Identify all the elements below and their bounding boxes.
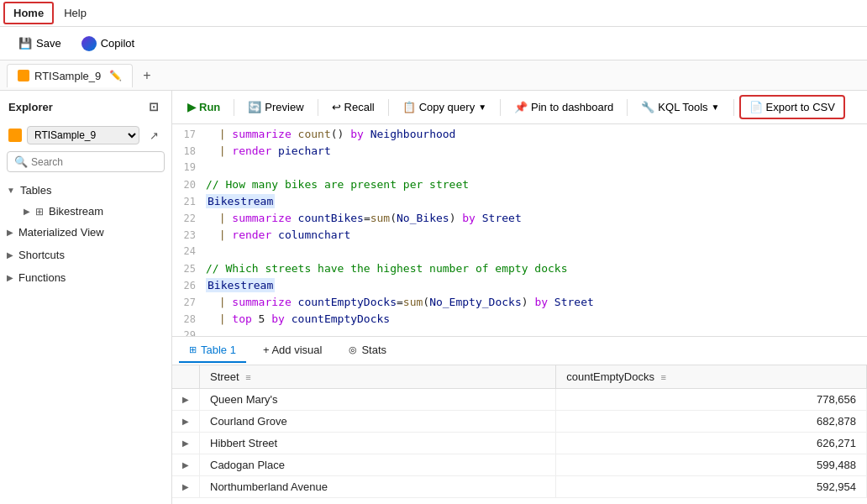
external-link-icon[interactable]: ↗ bbox=[144, 126, 163, 144]
row-expand[interactable]: ▶ bbox=[172, 433, 200, 454]
export-csv-button[interactable]: 📄 Export to CSV bbox=[739, 95, 845, 119]
sidebar-materialized-view-label: Materialized View bbox=[18, 226, 104, 239]
chevron-right-icon: ▶ bbox=[7, 228, 13, 237]
cell-count: 778,656 bbox=[556, 389, 867, 411]
cell-street: Cadogan Place bbox=[200, 454, 556, 476]
menu-home[interactable]: Home bbox=[3, 2, 54, 24]
table-row: ▶ Courland Grove 682,878 bbox=[172, 411, 867, 433]
toolbar: 💾 Save Copilot bbox=[0, 27, 867, 60]
db-select[interactable]: RTISample_9 bbox=[27, 126, 139, 144]
sidebar-tables-label: Tables bbox=[20, 184, 52, 197]
recall-icon: ↩ bbox=[332, 101, 341, 113]
cell-street: Northumberland Avenue bbox=[200, 476, 556, 498]
new-tab-button[interactable]: + bbox=[136, 65, 157, 87]
sidebar-item-bikestream[interactable]: ▶ ⊞ Bikestream bbox=[0, 202, 171, 221]
row-expand[interactable]: ▶ bbox=[172, 411, 200, 433]
sidebar-collapse-icon[interactable]: ⊡ bbox=[144, 97, 163, 116]
table-icon-small: ⊞ bbox=[189, 344, 197, 355]
table-row: ▶ Northumberland Avenue 592,954 bbox=[172, 476, 867, 498]
main-content: Explorer ⊡ RTISample_9 ↗ 🔍 ▼ Tables ▶ ⊞ … bbox=[0, 91, 867, 504]
result-tab-add-visual[interactable]: + Add visual bbox=[253, 339, 332, 363]
copy-query-button[interactable]: 📋 Copy query ▼ bbox=[394, 97, 495, 118]
pin-dashboard-button[interactable]: 📌 Pin to dashboard bbox=[506, 97, 622, 118]
explorer-title: Explorer bbox=[8, 101, 53, 113]
sidebar: Explorer ⊡ RTISample_9 ↗ 🔍 ▼ Tables ▶ ⊞ … bbox=[0, 91, 172, 504]
row-expand[interactable]: ▶ bbox=[172, 454, 200, 476]
save-icon: 💾 bbox=[18, 37, 32, 50]
cell-street: Hibbert Street bbox=[200, 433, 556, 454]
table-row: ▶ Hibbert Street 626,271 bbox=[172, 433, 867, 454]
copilot-icon bbox=[81, 36, 97, 51]
code-line-24: 24 bbox=[172, 245, 867, 262]
kql-dropdown-arrow-icon: ▼ bbox=[712, 102, 720, 112]
copy-icon: 📋 bbox=[402, 101, 416, 113]
editor-toolbar: ▶ Run 🔄 Preview ↩ Recall 📋 Copy query ▼ … bbox=[172, 91, 867, 124]
cell-street: Queen Mary's bbox=[200, 389, 556, 411]
edit-icon[interactable]: ✏️ bbox=[109, 70, 122, 81]
code-line-26: 26 Bikestream bbox=[172, 279, 867, 296]
code-line-27: 27 | summarize countEmptyDocks=sum(No_Em… bbox=[172, 296, 867, 312]
table-row: ▶ Queen Mary's 778,656 bbox=[172, 389, 867, 411]
sort-icon-count[interactable]: ≡ bbox=[661, 372, 666, 382]
pin-icon: 📌 bbox=[514, 101, 528, 113]
cell-count: 682,878 bbox=[556, 411, 867, 433]
code-line-21: 21 Bikestream bbox=[172, 195, 867, 212]
search-box: 🔍 bbox=[7, 151, 165, 172]
dropdown-arrow-icon: ▼ bbox=[478, 102, 486, 112]
search-icon: 🔍 bbox=[14, 155, 28, 168]
code-line-20: 20 // How many bikes are present per str… bbox=[172, 178, 867, 195]
table-icon: ⊞ bbox=[35, 206, 44, 218]
chevron-right-icon-shortcuts: ▶ bbox=[7, 250, 13, 260]
code-line-19: 19 bbox=[172, 161, 867, 178]
tab-bar: RTISample_9 ✏️ + bbox=[0, 60, 867, 91]
row-expand[interactable]: ▶ bbox=[172, 476, 200, 498]
data-table: Street ≡ countEmptyDocks ≡ ▶ Queen Mary'… bbox=[172, 365, 867, 498]
kql-icon: 🔧 bbox=[641, 101, 654, 113]
menu-help[interactable]: Help bbox=[55, 3, 95, 23]
table-row: ▶ Cadogan Place 599,488 bbox=[172, 454, 867, 476]
sidebar-section-functions[interactable]: ▶ Functions bbox=[0, 266, 171, 289]
row-expand[interactable]: ▶ bbox=[172, 389, 200, 411]
code-line-22: 22 | summarize countBikes=sum(No_Bikes) … bbox=[172, 212, 867, 228]
kql-tools-button[interactable]: 🔧 KQL Tools ▼ bbox=[633, 97, 728, 118]
sidebar-section-materialized-view[interactable]: ▶ Materialized View bbox=[0, 221, 171, 244]
preview-icon: 🔄 bbox=[248, 101, 261, 113]
result-tab-stats[interactable]: ◎ Stats bbox=[339, 339, 397, 363]
run-button[interactable]: ▶ Run bbox=[179, 97, 229, 118]
code-editor[interactable]: 17 | summarize count() by Neighbourhood … bbox=[172, 124, 867, 336]
result-tab-table1[interactable]: ⊞ Table 1 bbox=[179, 339, 246, 363]
cell-count: 592,954 bbox=[556, 476, 867, 498]
sidebar-functions-label: Functions bbox=[18, 271, 66, 284]
sidebar-header-icons: ⊡ bbox=[144, 97, 163, 116]
code-line-23: 23 | render columnchart bbox=[172, 228, 867, 245]
run-icon: ▶ bbox=[187, 101, 196, 113]
sidebar-db-selector: RTISample_9 ↗ bbox=[0, 123, 171, 151]
menu-bar: Home Help bbox=[0, 0, 867, 27]
sidebar-section-shortcuts[interactable]: ▶ Shortcuts bbox=[0, 244, 171, 266]
col-header-street: Street ≡ bbox=[200, 365, 556, 389]
cell-street: Courland Grove bbox=[200, 411, 556, 433]
code-line-18: 18 | render piechart bbox=[172, 144, 867, 161]
copilot-button[interactable]: Copilot bbox=[73, 32, 143, 55]
code-line-17: 17 | summarize count() by Neighbourhood bbox=[172, 128, 867, 144]
code-line-29: 29 bbox=[172, 329, 867, 336]
code-line-28: 28 | top 5 by countEmptyDocks bbox=[172, 312, 867, 329]
sidebar-shortcuts-label: Shortcuts bbox=[18, 249, 65, 261]
export-icon: 📄 bbox=[749, 101, 763, 113]
save-button[interactable]: 💾 Save bbox=[10, 33, 70, 54]
chevron-down-icon: ▼ bbox=[7, 186, 15, 195]
results-table: Street ≡ countEmptyDocks ≡ ▶ Queen Mary'… bbox=[172, 365, 867, 504]
search-input[interactable] bbox=[31, 156, 157, 168]
db-icon bbox=[18, 70, 29, 81]
sidebar-section-tables[interactable]: ▼ Tables bbox=[0, 179, 171, 202]
expand-icon: ▶ bbox=[24, 207, 30, 216]
cell-count: 599,488 bbox=[556, 454, 867, 476]
sort-icon-street[interactable]: ≡ bbox=[245, 372, 250, 382]
preview-button[interactable]: 🔄 Preview bbox=[239, 97, 312, 118]
chevron-right-icon-functions: ▶ bbox=[7, 273, 13, 282]
stats-icon: ◎ bbox=[349, 344, 357, 355]
recall-button[interactable]: ↩ Recall bbox=[323, 97, 383, 118]
editor-area: ▶ Run 🔄 Preview ↩ Recall 📋 Copy query ▼ … bbox=[172, 91, 867, 504]
tab-rtisample9[interactable]: RTISample_9 ✏️ bbox=[7, 64, 133, 87]
db-color-icon bbox=[8, 129, 22, 142]
